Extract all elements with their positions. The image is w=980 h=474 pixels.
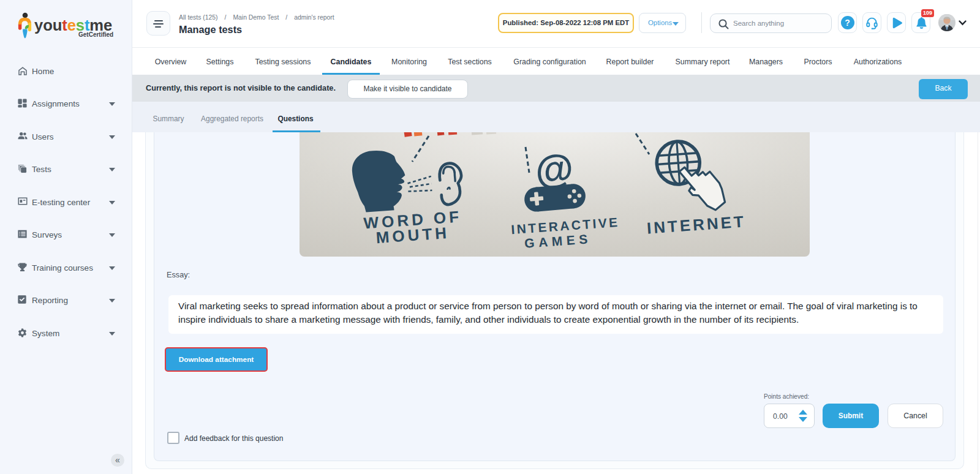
svg-text:INTERNET: INTERNET [646,212,747,237]
